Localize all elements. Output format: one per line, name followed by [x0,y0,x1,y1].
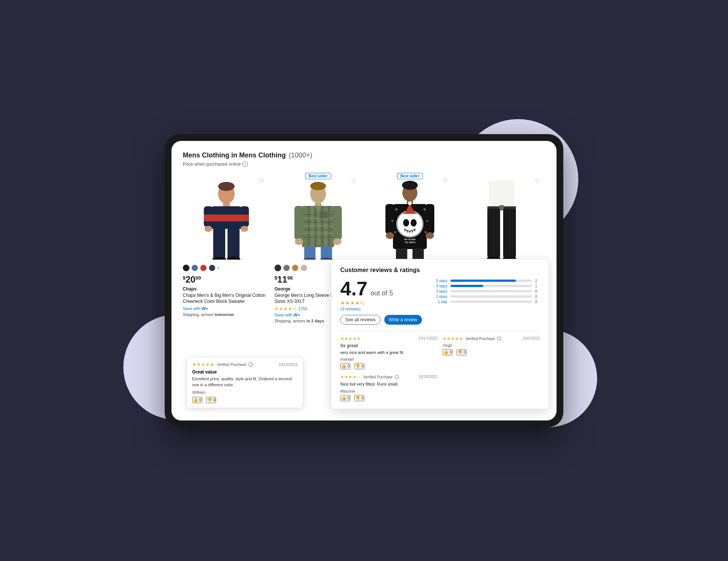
svg-point-38 [295,238,303,245]
bar-count-5: 2 [535,279,540,283]
wishlist-button-2[interactable]: ♡ [348,176,359,186]
bar-label-1[interactable]: 1 star [433,300,447,304]
bar-row-2: 2 stars 0 [433,295,540,299]
svg-rect-13 [228,228,240,258]
reviews-grid: ★★★★★ 10/17/2023 its great very nice and… [340,336,540,401]
heart-icon-1: ♡ [259,178,264,184]
wishlist-button-4[interactable]: ♡ [532,176,542,186]
stars-icon-2: ★★★★½ [275,306,297,311]
page-title-count: (1000+) [289,151,312,159]
svg-rect-36 [294,206,303,240]
review-3-info[interactable]: i [395,375,399,379]
bars-section: 5 stars 2 4 stars [433,279,540,325]
wishlist-button-3[interactable]: ♡ [440,176,450,186]
review-item-3-header: ★★★★☆ Verified Purchase i 10/18/2023 [340,375,437,380]
brand-name-1: Chaps [183,286,270,292]
svg-text:❄: ❄ [395,207,398,212]
swatch-2-orange[interactable] [292,265,299,271]
review-count-2[interactable]: 2750 [298,307,307,311]
swatch-2-tan[interactable] [300,265,307,271]
review-3-stars: ★★★★☆ [340,375,361,380]
review-2-verified: Verified Purchase [466,337,495,341]
bar-label-4[interactable]: 4 stars [433,284,447,288]
product-image-svg-1 [202,181,251,260]
more-colors-1[interactable]: + [217,266,220,270]
product-image-1[interactable] [183,179,270,262]
bar-fill-4 [450,285,483,287]
svg-rect-9 [240,215,249,221]
review-3-up[interactable]: 👍 0 [340,395,350,401]
review-3-down[interactable]: 👎 0 [354,395,364,401]
bar-label-3[interactable]: 3 stars [433,289,447,293]
bar-count-3: 0 [535,289,540,293]
see-all-reviews-button[interactable]: See all reviews [340,315,381,325]
swatch-2-black[interactable] [275,265,281,271]
review-item-2-header: ★★★★★ Verified Purchase i 10/2/2023 [443,336,540,341]
review-1-date: 10/17/2023 [419,336,437,340]
helpful-down-button[interactable]: 👎 0 [206,397,216,403]
bar-fill-5 [450,280,516,282]
bar-label-2[interactable]: 2 stars [433,295,447,299]
review-item-1-left: ★★★★★ [340,336,361,341]
svg-rect-48 [385,204,394,234]
page-content: Mens Clothing in Mens Clothing (1000+) P… [171,141,557,420]
svg-text:❄: ❄ [426,219,429,223]
svg-rect-74 [413,248,424,260]
svg-rect-41 [321,246,332,260]
svg-point-56 [408,201,412,205]
ratings-panel: Customer reviews & ratings 4.7 out of 5 … [331,259,549,409]
review-item-2: ★★★★★ Verified Purchase i 10/2/2023 Virg… [443,336,540,369]
svg-rect-40 [304,246,315,260]
svg-point-45 [402,181,418,190]
product-image-3[interactable]: ❄ ❄ ❄ ❄ ❄ ❄ NO SLEEP 'TIL XMAS [366,179,453,262]
product-image-2[interactable] [275,179,362,262]
svg-rect-37 [333,206,342,240]
shipping-info-1: Shipping, arrives tomorrow [183,312,270,317]
average-rating: 4.7 [340,279,367,298]
swatch-1-darkblue[interactable] [209,265,215,271]
save-with-w-1[interactable]: Save with W+ [183,306,270,311]
review-1-up[interactable]: 👍 0 [340,363,350,369]
helpful-up-button[interactable]: 👍 0 [192,397,202,403]
review-item-2-left: ★★★★★ Verified Purchase i [443,336,501,341]
svg-text:❄: ❄ [424,230,427,234]
svg-rect-49 [425,204,434,234]
review-2-info[interactable]: i [497,337,501,341]
swatch-1-black[interactable] [183,265,190,271]
product-image-svg-3: ❄ ❄ ❄ ❄ ❄ ❄ NO SLEEP 'TIL XMAS [385,181,434,260]
review-info-icon[interactable]: i [249,362,253,367]
bar-track-3 [450,290,532,292]
swatch-1-red[interactable] [200,265,207,271]
review-2-reviewer: Virgil [443,343,540,348]
write-review-button[interactable]: Write a review [384,315,422,325]
swatch-2-gray[interactable] [283,265,290,271]
divider [340,331,540,331]
rating-count-link[interactable]: (3 reviews) [340,307,422,311]
svg-point-59 [411,219,417,227]
review-1-reviewer: maniah [340,357,437,361]
info-icon[interactable]: i [243,162,248,167]
heart-icon-2: ♡ [351,178,356,184]
best-seller-badge-2: Best seller [305,173,331,179]
product-image-4[interactable] [458,179,545,262]
bar-track-1 [450,301,532,303]
bar-track-2 [450,295,532,298]
review-2-up[interactable]: 👍 0 [443,349,453,355]
review-card-product-1: ★★★★★ Verified Purchase i 10/10/2023 Gre… [187,357,303,408]
review-1-helpful: 👍 0 👎 0 [340,363,437,369]
swatch-1-blue[interactable] [191,265,198,271]
bar-count-1: 0 [535,300,540,304]
review-1-down[interactable]: 👎 0 [354,363,364,369]
svg-text:NO SLEEP: NO SLEEP [404,238,416,240]
bar-label-5[interactable]: 5 stars [433,279,447,283]
review-2-down[interactable]: 👎 0 [457,349,467,355]
screen: Mens Clothing in Mens Clothing (1000+) P… [171,141,557,420]
review-2-date: 10/2/2023 [523,336,540,340]
reviewer-name: William [192,390,297,395]
svg-rect-4 [211,215,241,221]
wishlist-button-1[interactable]: ♡ [256,176,267,186]
svg-point-10 [205,226,212,232]
product-image-svg-4 [483,181,520,260]
review-item-3: ★★★★☆ Verified Purchase i 10/18/2023 Nic… [340,375,437,401]
review-3-text: Nice but very fitted. Runs small. [340,381,437,387]
